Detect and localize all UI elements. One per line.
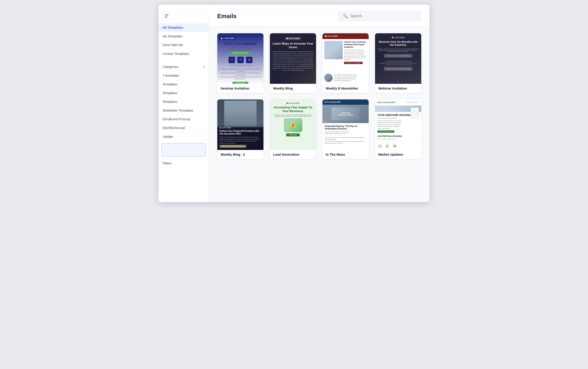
sidebar-item-templates-3[interactable]: Templates <box>158 98 209 106</box>
template-card-webinar[interactable]: ⬟ LOGO HERE Maximize Your Tax Benefits w… <box>375 33 421 93</box>
blog-body: A low credit score could be costing you.… <box>272 51 314 72</box>
template-thumb-weekly-blog-2: ⬟ LOGO HERE Unlock Your Financial Freedo… <box>217 99 263 150</box>
template-label-seminar: Seminar Invitation <box>217 84 263 93</box>
template-count-label: 7 templates <box>163 74 179 77</box>
leadgen-cta: LET'S GO! <box>286 133 300 136</box>
enews-headline: Unlock Your Financial Potential with Exp… <box>344 41 367 48</box>
template-thumb-weekly-blog: ⬟ LOGO HERE Learn Ways to Increase Your … <box>270 33 316 84</box>
market-icons-row: 💬 🔥 📌 <box>375 142 421 150</box>
template-thumb-enewsletter: ⬟ LOGO HERE Unlock Your Financial Potent… <box>322 33 369 84</box>
leadgen-logo: ⬟ LOGO HERE <box>286 102 299 104</box>
main-window: All Templates My Templates Done With Me … <box>158 5 430 202</box>
webinar-headline: Maximize Your Tax Benefits with Our Expe… <box>377 41 419 46</box>
webinar-cta-2: Claim Your Exclusive Tax Consultation <box>384 67 413 71</box>
sidebar-item-newsletter[interactable]: Newsletter Templates <box>158 106 209 115</box>
sidebar-categories-header[interactable]: Categories ▾ <box>158 63 209 71</box>
template-label-in-the-news: In The News <box>322 150 369 159</box>
sidebar-item-my-templates[interactable]: My Templates <box>158 32 209 41</box>
sidebar-item-enrollment[interactable]: Enrollment Process <box>158 115 209 123</box>
webinar-cta: Claim Your Exclusive Tax Consultation <box>384 54 413 57</box>
webinar-sub: Welcome to [Tax Firm Name], where we're … <box>377 48 419 52</box>
seminar-icon-secure: 🛡 <box>228 57 235 63</box>
itn-headline: Financial Fluency: The Key to Investment… <box>325 125 366 130</box>
sidebar-item-templates-2[interactable]: Templates <box>158 89 209 97</box>
market-cta: Add a button link here <box>377 130 394 133</box>
template-card-weekly-blog[interactable]: ⬟ LOGO HERE Learn Ways to Increase Your … <box>270 33 316 93</box>
wb2-bg-img <box>217 99 263 127</box>
sidebar-categories-label: Categories <box>163 65 178 69</box>
wb2-content: ⬟ LOGO HERE Unlock Your Financial Freedo… <box>217 125 263 150</box>
seminar-icon-timely: ⏱ <box>237 57 244 63</box>
template-card-lead-generation[interactable]: ⬟ LOGO HERE Accounting That Adapts To Yo… <box>270 99 316 159</box>
sidebar-item-count[interactable]: 7 templates <box>158 72 209 80</box>
main-header: Emails 🔍 <box>209 5 430 26</box>
itn-header: ▶ PLACEHOLDER <box>322 99 369 105</box>
seminar-headline: LET'S TALK NUMBERS <box>224 42 257 46</box>
template-label-weekly-blog-2: Weekly Blog - 2 <box>217 150 263 159</box>
template-label-market-updates: Market Updates <box>375 150 421 159</box>
svg-rect-0 <box>165 14 169 15</box>
chevron-down-icon: ▾ <box>203 65 205 68</box>
filter-button[interactable] <box>163 12 171 20</box>
sidebar-dashed-area <box>161 143 206 157</box>
market-img <box>375 106 421 112</box>
market-another-heading: ANOTHER BIG HEADING <box>377 135 419 137</box>
market-icon-fire: 🔥 <box>385 144 390 149</box>
svg-rect-1 <box>165 16 168 16</box>
template-thumb-lead-gen: ⬟ LOGO HERE Accounting That Adapts To Yo… <box>270 99 316 150</box>
seminar-learn-btn: LEARN MORE <box>232 82 248 84</box>
itn-logo: ▶ PLACEHOLDER <box>325 101 341 103</box>
template-thumb-seminar: LOGO HERE LET'S TALK NUMBERS Looking for… <box>217 33 263 84</box>
sidebar-item-all-templates[interactable]: All Templates <box>158 23 209 32</box>
enews-profile: Our Vision for Your Financial SuccessThe… <box>322 74 369 84</box>
template-grid: LOGO HERE LET'S TALK NUMBERS Looking for… <box>209 26 430 166</box>
template-card-in-the-news[interactable]: ▶ PLACEHOLDER INVESTINGFOR BEGINNERS Fin… <box>322 99 369 159</box>
template-card-weekly-blog-2[interactable]: ⬟ LOGO HERE Unlock Your Financial Freedo… <box>217 99 263 159</box>
market-header: ◀ PLACEHOLDER contact@yourbiz.com <box>375 99 421 106</box>
blog-logo: ⬟ LOGO HERE <box>285 37 301 40</box>
webinar-logo: ⬟ LOGO HERE <box>392 37 405 39</box>
sidebar-item-update[interactable]: Update <box>158 133 209 141</box>
leadgen-illustration: 💰 <box>284 118 302 132</box>
template-card-weekly-enewsletter[interactable]: ⬟ LOGO HERE Unlock Your Financial Potent… <box>322 33 369 93</box>
sidebar-item-templates-1[interactable]: Templates <box>158 80 209 88</box>
wb2-logo: ⬟ LOGO HERE <box>220 127 261 129</box>
search-input[interactable] <box>350 14 417 18</box>
wb2-sub: Welcome to [Credit Repair Service Provid… <box>220 136 261 144</box>
blog-title: Learn Ways to Increase Your Score <box>272 42 314 49</box>
enews-body: Unlock Your Financial Potential with Exp… <box>322 39 369 74</box>
template-thumb-in-the-news: ▶ PLACEHOLDER INVESTINGFOR BEGINNERS Fin… <box>322 99 369 150</box>
sidebar-item-custom-templates[interactable]: Custom Templates <box>158 50 209 58</box>
enews-btn: Schedule a Consultation <box>344 62 363 64</box>
template-card-market-updates[interactable]: ◀ PLACEHOLDER contact@yourbiz.com YOUR A… <box>375 99 421 159</box>
market-icon-pin: 📌 <box>392 144 397 149</box>
enews-header: ⬟ LOGO HERE <box>322 33 369 39</box>
enews-profile-text: Our Vision for Your Financial SuccessThe… <box>334 74 357 82</box>
template-card-seminar-invitation[interactable]: LOGO HERE LET'S TALK NUMBERS Looking for… <box>217 33 263 93</box>
itn-img-overlay <box>324 121 328 122</box>
enews-img <box>324 41 343 59</box>
template-thumb-market-updates: ◀ PLACEHOLDER contact@yourbiz.com YOUR A… <box>375 99 421 150</box>
itn-body: Financial Fluency: The Key to Investment… <box>322 123 369 146</box>
seminar-icons-row: 🛡 ⏱ ⚡ <box>228 57 252 63</box>
template-label-weekly-blog: Weekly Blog <box>270 84 316 93</box>
seminar-body: Hey there, {{contact.first_name}}!We hop… <box>219 64 262 80</box>
search-bar[interactable]: 🔍 <box>339 11 421 21</box>
page-title: Emails <box>217 13 237 20</box>
enews-logo: ⬟ LOGO HERE <box>325 35 338 37</box>
leadgen-sub: Lorem ipsum dolor sit amet, consectetur … <box>272 114 314 117</box>
wb2-headline: Unlock Your Financial Freedom with Our E… <box>220 130 261 135</box>
main-content: Emails 🔍 LOGO HERE <box>209 5 430 202</box>
wb2-cta: Claim Your Free Credit Consultation <box>220 145 246 148</box>
template-label-enewsletter: Weekly E-Newsletter <box>322 84 369 93</box>
sidebar-item-monthly-annual[interactable]: Monthly/Annual <box>158 124 209 132</box>
market-sub: Lorem ipsum dolor sit amet, consectetura… <box>377 120 419 130</box>
market-pin-icon: 📌 <box>392 144 397 149</box>
sidebar-item-plates[interactable]: Plates <box>158 159 209 167</box>
enews-profile-img <box>324 74 333 82</box>
itn-img: INVESTINGFOR BEGINNERS <box>322 105 369 123</box>
market-icon-chat: 💬 <box>377 144 382 149</box>
blog-content: ⬟ LOGO HERE Learn Ways to Increase Your … <box>270 33 316 84</box>
enews-text: Unlock Your Financial Potential with Exp… <box>344 41 367 72</box>
sidebar-item-done-with-me[interactable]: Done With Me <box>158 41 209 49</box>
